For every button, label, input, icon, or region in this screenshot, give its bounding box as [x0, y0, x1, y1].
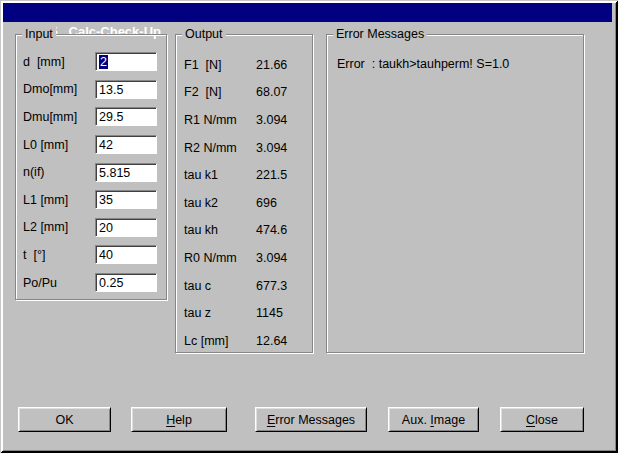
output-value: 12.64 [256, 334, 287, 348]
input-label-popu: Po/Pu [23, 276, 57, 290]
output-value: 3.094 [256, 113, 287, 127]
dmu-field[interactable]: 29.5 [95, 107, 157, 126]
output-row: tau k2 696 [176, 189, 312, 217]
output-value: 696 [256, 196, 277, 210]
output-label: R2 N/mm [184, 141, 256, 155]
l1-field[interactable]: 35 [95, 190, 157, 209]
input-label-l2: L2 [mm] [23, 220, 68, 234]
button-label: elp [175, 413, 192, 427]
button-label: H [166, 413, 175, 427]
title-bar: FED5 Calc-Check-Up [3, 3, 612, 22]
input-row: Dmo[mm] 13.5 [16, 76, 166, 104]
output-label: tau c [184, 279, 256, 293]
output-row: R1 N/mm 3.094 [176, 106, 312, 134]
output-label: F2 [N] [184, 85, 256, 99]
button-label: OK [55, 413, 73, 427]
output-label: R0 N/mm [184, 251, 256, 265]
dmo-field[interactable]: 13.5 [95, 80, 157, 99]
input-row: t [°] 40 [16, 241, 166, 269]
input-label-d: d [mm] [23, 55, 65, 69]
button-label: E [267, 413, 275, 427]
aux-image-button[interactable]: Aux. Image [388, 407, 479, 432]
input-label-l1: L1 [mm] [23, 193, 68, 207]
input-label-t: t [°] [23, 248, 45, 262]
output-label: Lc [mm] [184, 334, 256, 348]
output-value: 3.094 [256, 141, 287, 155]
output-label: tau k1 [184, 168, 256, 182]
help-button[interactable]: Help [131, 407, 227, 432]
output-value: 677.3 [256, 279, 287, 293]
output-label: R1 N/mm [184, 113, 256, 127]
button-label: C [526, 413, 535, 427]
output-row: tau z 1145 [176, 299, 312, 327]
selected-text: 2 [99, 55, 108, 69]
button-label: rror Messages [275, 413, 355, 427]
input-row: Dmu[mm] 29.5 [16, 103, 166, 131]
output-label: tau z [184, 306, 256, 320]
input-label-n: n(if) [23, 165, 45, 179]
error-messages-group: Error Messages Error : taukh>tauhperm! S… [326, 34, 584, 353]
input-rows: d [mm] 2 Dmo[mm] 13.5 Dmu[mm] 29.5 L0 [m… [16, 35, 166, 296]
output-label: F1 [N] [184, 58, 256, 72]
input-label-dmu: Dmu[mm] [23, 110, 77, 124]
input-label-l0: L0 [mm] [23, 138, 68, 152]
input-row: L2 [mm] 20 [16, 214, 166, 242]
output-rows: F1 [N] 21.66 F2 [N] 68.07 R1 N/mm 3.094 … [176, 35, 312, 355]
output-value: 1145 [256, 306, 283, 320]
output-value: 474.6 [256, 223, 287, 237]
d-field[interactable]: 2 [95, 52, 157, 71]
popu-field[interactable]: 0.25 [95, 273, 157, 292]
output-row: F2 [N] 68.07 [176, 79, 312, 107]
output-row: tau c 677.3 [176, 272, 312, 300]
input-row: Po/Pu 0.25 [16, 269, 166, 297]
button-label: lose [535, 413, 558, 427]
ok-button[interactable]: OK [18, 407, 111, 432]
error-group-label: Error Messages [333, 27, 427, 41]
output-row: Lc [mm] 12.64 [176, 327, 312, 355]
button-label: mage [434, 413, 465, 427]
output-label: tau k2 [184, 196, 256, 210]
close-button[interactable]: Close [500, 407, 584, 432]
output-value: 68.07 [256, 85, 287, 99]
output-value: 221.5 [256, 168, 287, 182]
error-messages-button[interactable]: Error Messages [255, 407, 367, 432]
input-row: n(if) 5.815 [16, 158, 166, 186]
l2-field[interactable]: 20 [95, 218, 157, 237]
n-field[interactable]: 5.815 [95, 163, 157, 182]
output-row: R2 N/mm 3.094 [176, 134, 312, 162]
output-group-label: Output [182, 27, 226, 41]
input-label-dmo: Dmo[mm] [23, 82, 77, 96]
output-value: 21.66 [256, 58, 287, 72]
output-row: F1 [N] 21.66 [176, 51, 312, 79]
dialog-window: FED5 Calc-Check-Up Input d [mm] 2 Dmo[mm… [0, 0, 618, 453]
output-label: tau kh [184, 223, 256, 237]
input-group: Input d [mm] 2 Dmo[mm] 13.5 Dmu[mm] 29.5… [15, 34, 167, 300]
input-row: L1 [mm] 35 [16, 186, 166, 214]
output-row: tau kh 474.6 [176, 217, 312, 245]
l0-field[interactable]: 42 [95, 135, 157, 154]
output-row: R0 N/mm 3.094 [176, 244, 312, 272]
input-row: L0 [mm] 42 [16, 131, 166, 159]
output-row: tau k1 221.5 [176, 161, 312, 189]
button-label: Aux. [402, 413, 431, 427]
input-group-label: Input [22, 27, 56, 41]
t-field[interactable]: 40 [95, 245, 157, 264]
output-group: Output F1 [N] 21.66 F2 [N] 68.07 R1 N/mm… [175, 34, 313, 353]
output-value: 3.094 [256, 251, 287, 265]
input-row: d [mm] 2 [16, 48, 166, 76]
